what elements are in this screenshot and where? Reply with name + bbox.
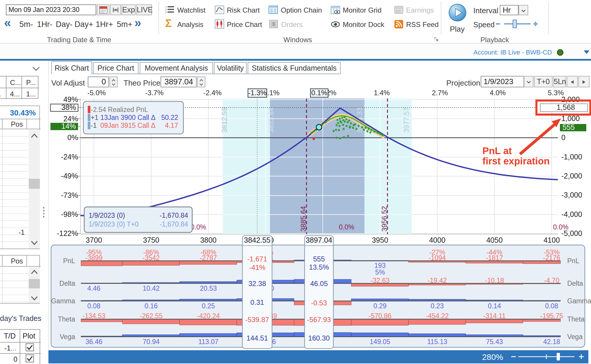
svg-text:-570.86: -570.86	[369, 312, 391, 320]
svg-text:-454.22: -454.22	[426, 312, 449, 320]
svg-text:-0.53: -0.53	[311, 299, 327, 307]
svg-text:0.0%: 0.0%	[191, 223, 206, 231]
svg-text:1.4%: 1.4%	[374, 89, 390, 97]
svg-text:-2.54 Realized PnL: -2.54 Realized PnL	[91, 106, 148, 113]
svg-text:-3.7%: -3.7%	[145, 89, 164, 97]
svg-text:-1: -1	[91, 122, 97, 129]
svg-text:-539.87: -539.87	[245, 316, 269, 324]
svg-text:5%: 5%	[375, 268, 385, 276]
svg-text:555: 555	[563, 123, 575, 131]
svg-text:4.0%: 4.0%	[490, 89, 506, 97]
svg-text:3977.57: 3977.57	[402, 107, 410, 133]
svg-text:-32.63: -32.63	[370, 277, 389, 284]
svg-text:4100: 4100	[543, 236, 560, 244]
svg-text:-2,000: -2,000	[561, 172, 582, 180]
svg-text:3700: 3700	[86, 236, 102, 244]
svg-text:0: 0	[561, 133, 565, 142]
svg-text:PnL: PnL	[63, 257, 75, 265]
svg-text:4.46: 4.46	[87, 285, 101, 292]
svg-text:3897.04: 3897.04	[306, 236, 332, 244]
svg-text:-1094: -1094	[429, 254, 446, 262]
svg-text:160.30: 160.30	[308, 334, 330, 342]
svg-text:38%: 38%	[61, 103, 76, 111]
svg-text:10.42: 10.42	[143, 285, 160, 292]
svg-text:-4,000: -4,000	[561, 210, 582, 218]
svg-text:0.16: 0.16	[145, 302, 158, 310]
svg-text:-5,000: -5,000	[561, 229, 582, 237]
svg-text:PnL: PnL	[567, 257, 579, 265]
svg-text:24%: 24%	[63, 115, 78, 123]
svg-text:1/9/2023 (0) T+0: 1/9/2023 (0) T+0	[89, 220, 139, 228]
svg-text:Theta: Theta	[567, 315, 585, 323]
svg-text:Gamma: Gamma	[567, 297, 591, 305]
svg-text:-2176: -2176	[543, 254, 560, 262]
svg-text:0.14: 0.14	[488, 302, 501, 310]
svg-text:0.0%: 0.0%	[339, 223, 354, 231]
svg-text:1,568: 1,568	[557, 103, 575, 111]
svg-text:13.5%: 13.5%	[309, 263, 329, 271]
svg-text:-195.75: -195.75	[540, 312, 563, 320]
svg-text:50.22: 50.22	[161, 114, 178, 121]
svg-text:0.25: 0.25	[202, 302, 215, 310]
svg-text:PnL at: PnL at	[482, 145, 512, 156]
svg-text:-262.55: -262.55	[140, 312, 163, 320]
svg-text:-314.11: -314.11	[483, 312, 506, 320]
svg-text:4000: 4000	[429, 236, 445, 244]
svg-text:4050: 4050	[486, 236, 503, 244]
svg-text:70.94: 70.94	[143, 338, 160, 346]
svg-text:-122%: -122%	[57, 229, 78, 237]
svg-text:-24%: -24%	[61, 153, 78, 161]
svg-text:0.31: 0.31	[250, 298, 264, 306]
svg-text:4.17: 4.17	[165, 122, 178, 129]
svg-text:144.51: 144.51	[246, 334, 268, 342]
svg-text:Vega: Vega	[60, 333, 75, 341]
svg-text:Delta: Delta	[59, 280, 75, 287]
svg-text:+1: +1	[91, 114, 98, 121]
svg-text:0.29: 0.29	[374, 302, 387, 310]
svg-text:555: 555	[313, 255, 325, 263]
svg-text:0.08: 0.08	[87, 302, 101, 310]
svg-text:-1,671: -1,671	[247, 255, 267, 263]
svg-text:3956.52: 3956.52	[380, 206, 388, 232]
svg-text:-98%: -98%	[61, 210, 78, 218]
svg-text:3885.64: 3885.64	[299, 206, 307, 232]
svg-text:Vega: Vega	[567, 333, 583, 341]
svg-text:-49%: -49%	[61, 172, 78, 180]
svg-text:0.1%: 0.1%	[311, 89, 327, 97]
svg-text:3842.55: 3842.55	[244, 236, 270, 244]
svg-text:13Jan 3900 Call Δ: 13Jan 3900 Call Δ	[100, 114, 156, 121]
svg-text:first expiration: first expiration	[482, 156, 550, 166]
svg-text:36.46: 36.46	[85, 338, 102, 346]
svg-text:Gamma: Gamma	[51, 297, 75, 305]
svg-text:-10.18: -10.18	[485, 277, 504, 284]
svg-text:-1,670.84: -1,670.84	[160, 212, 188, 219]
svg-text:3800: 3800	[200, 236, 217, 244]
svg-text:-1.3%: -1.3%	[248, 89, 267, 97]
svg-text:115.13: 115.13	[427, 338, 448, 346]
svg-text:0.08: 0.08	[545, 302, 558, 310]
svg-text:0%: 0%	[67, 133, 78, 142]
svg-text:09Jan 3915 Call Δ: 09Jan 3915 Call Δ	[100, 122, 156, 129]
svg-text:-1817: -1817	[486, 254, 503, 262]
svg-text:-3899: -3899	[85, 254, 103, 262]
svg-text:-1,670.84: -1,670.84	[160, 220, 188, 228]
svg-text:-134.53: -134.53	[82, 312, 105, 320]
svg-text:113.07: 113.07	[198, 338, 219, 346]
svg-text:20.53: 20.53	[200, 285, 217, 292]
svg-text:Delta: Delta	[567, 280, 583, 287]
svg-text:0.23: 0.23	[431, 302, 444, 310]
svg-text:75.43: 75.43	[486, 338, 503, 346]
svg-text:42.18: 42.18	[543, 338, 560, 346]
svg-text:-3,000: -3,000	[561, 191, 582, 199]
svg-text:-1,000: -1,000	[561, 153, 582, 161]
svg-text:-73%: -73%	[61, 191, 78, 199]
svg-text:-567.93: -567.93	[307, 316, 331, 324]
svg-text:-2787: -2787	[200, 254, 217, 262]
svg-text:-4.70: -4.70	[544, 277, 559, 284]
svg-text:14%: 14%	[61, 122, 76, 130]
svg-text:-41%: -41%	[249, 263, 265, 271]
svg-text:2.7%: 2.7%	[432, 89, 448, 97]
svg-text:46.05: 46.05	[310, 280, 328, 288]
svg-text:-19.42: -19.42	[428, 277, 447, 284]
svg-text:1/9/2023 (0): 1/9/2023 (0)	[89, 212, 125, 219]
